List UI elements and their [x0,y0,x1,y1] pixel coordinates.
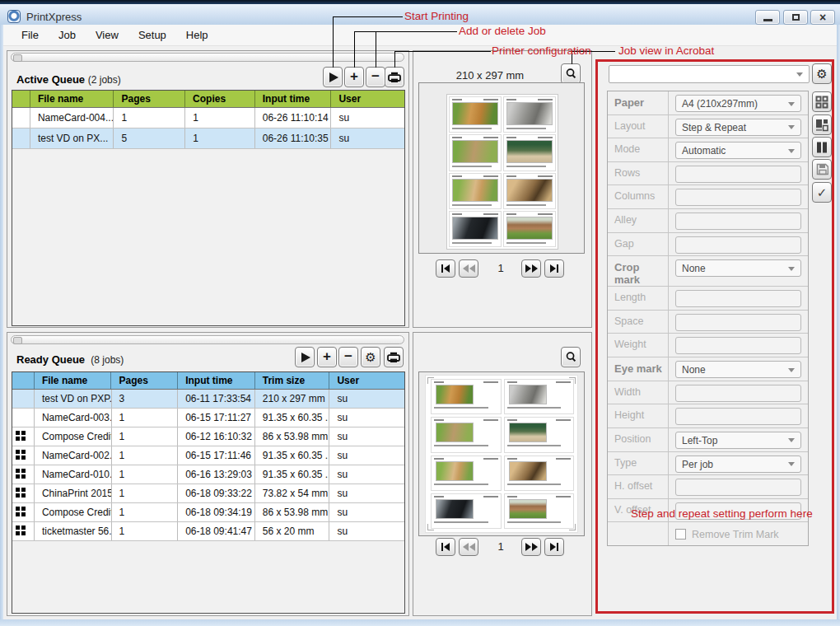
column-header: Input time [255,91,332,107]
card-header-text [434,496,498,498]
annotation-start-printing: Start Printing [404,10,469,22]
h-offset-input[interactable] [675,479,801,496]
table-row[interactable]: test VD on PX...5106-26 11:10:35su [12,128,404,149]
rows-input[interactable] [675,166,801,183]
columns-view-button[interactable] [812,137,832,157]
first-page-button[interactable] [436,538,455,556]
menu-item-file[interactable]: File [12,26,49,44]
job-selector-dropdown[interactable] [609,65,810,83]
layout-view-button[interactable] [812,114,832,135]
table-row[interactable]: Compose Credit...106-18 09:34:1986 x 53.… [12,503,404,522]
photo-black-panther [452,217,498,240]
menu-item-help[interactable]: Help [176,26,218,44]
ready-start-button[interactable] [295,347,315,367]
tiny-text [506,137,516,138]
chevron-down-icon [788,438,795,442]
table-cell: 06-26 11:10:35 [255,128,332,148]
column-header: Trim size [255,372,330,389]
mode-select[interactable]: Automatic [675,142,801,159]
table-cell: su [329,427,404,446]
menu-item-setup[interactable]: Setup [128,26,176,44]
settings-row-gap: Gap [608,233,808,257]
slider-thumb[interactable] [13,54,22,62]
apply-button[interactable]: ✓ [812,182,832,203]
delete-job-button[interactable]: − [366,67,385,87]
ready-delete-button[interactable]: − [338,347,358,367]
table-row[interactable]: NameCard-004...1106-26 11:10:14su [12,108,404,128]
weight-input[interactable] [675,337,801,354]
ready-queue-slider[interactable] [11,335,404,344]
ready-printer-button[interactable] [384,347,404,367]
settings-gear-button[interactable]: ⚙ [812,63,832,84]
gap-input[interactable] [675,236,801,254]
table-cell: 06-15 17:11:46 [178,446,255,465]
grid-view-button[interactable] [812,91,832,112]
active-queue-slider[interactable] [11,53,404,62]
columns-input[interactable] [675,189,801,206]
job-view-zoom-button[interactable] [561,63,581,84]
menu-item-job[interactable]: Job [49,26,86,44]
table-row[interactable]: test VD on PXP...306-11 17:33:54210 x 29… [12,390,404,409]
field-label [608,522,669,545]
column-header: File name [30,91,114,107]
caption-text [434,407,488,409]
minimize-button[interactable] [755,10,780,25]
tiny-text [507,419,517,421]
position-select[interactable]: Left-Top [675,432,801,449]
remove-trim-mark-checkbox[interactable] [675,529,686,540]
table-header: File namePagesInput timeTrim sizeUser [12,372,404,390]
magnifier-icon [565,351,577,363]
start-printing-button[interactable] [323,67,343,87]
select-value: A4 (210x297mm) [682,98,758,110]
settings-row-length: Length [608,287,808,311]
tiny-text [452,213,462,215]
next-page-button[interactable] [521,538,541,556]
maximize-icon [792,14,800,21]
eye-mark-select[interactable]: None [675,361,801,378]
tiny-text [538,137,553,138]
layout-select[interactable]: Step & Repeat [675,119,801,136]
field-control [669,162,808,185]
save-button[interactable] [812,159,832,180]
type-select[interactable]: Per job [675,455,801,473]
preview-zoom-button[interactable] [561,347,581,367]
close-button[interactable]: × [810,10,835,25]
menu-item-view[interactable]: View [86,26,128,44]
table-row[interactable]: ChinaPrint 2015...106-18 09:33:2273.82 x… [12,484,404,503]
row-icon-cell [12,128,30,148]
first-page-button[interactable] [436,259,455,278]
table-cell: 1 [112,409,179,427]
prev-page-button[interactable] [459,538,478,556]
printer-config-button[interactable] [385,67,404,87]
ready-add-button[interactable]: + [317,347,337,367]
width-input[interactable] [675,385,801,402]
prev-page-button[interactable] [459,259,478,278]
preview-card [449,173,502,209]
height-input[interactable] [675,408,801,425]
layout-icon [815,119,828,132]
last-page-button[interactable] [544,538,564,556]
annotation-line [354,31,355,68]
slider-thumb[interactable] [13,337,22,344]
tiny-text [483,213,498,215]
space-input[interactable] [675,314,801,331]
table-row[interactable]: ticketmaster 56...106-18 09:41:4756 x 20… [12,522,404,541]
settings-row-type: TypePer job [608,452,808,476]
tiny-text [556,496,571,498]
alley-input[interactable] [675,213,801,230]
table-cell: 3 [112,390,179,408]
add-job-button[interactable]: + [344,67,364,87]
maximize-button[interactable] [783,10,808,25]
table-row[interactable]: NameCard-002....106-15 17:11:4691.35 x 6… [12,446,404,465]
paper-select[interactable]: A4 (210x297mm) [675,95,801,112]
next-page-button[interactable] [521,259,541,278]
table-cell: 86 x 53.98 mm [255,427,330,446]
crop-mark-select[interactable]: None [675,259,801,277]
preview-card [431,493,502,529]
length-input[interactable] [675,290,801,307]
table-row[interactable]: Compose Credit...106-12 16:10:3286 x 53.… [12,427,404,446]
table-row[interactable]: NameCard-003....106-15 17:11:2791.35 x 6… [12,409,404,427]
last-page-button[interactable] [544,259,564,278]
table-row[interactable]: NameCard-010....106-16 13:29:0391.35 x 6… [12,465,404,484]
ready-settings-button[interactable]: ⚙ [361,347,380,367]
